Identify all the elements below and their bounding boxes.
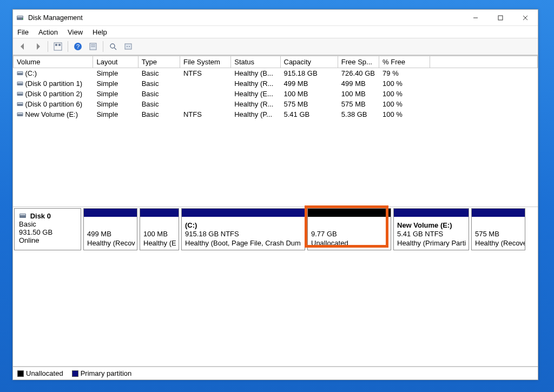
disk-partitions: 499 MBHealthy (Recov 100 MBHealthy (E (C… xyxy=(83,208,537,250)
show-hide-icon[interactable] xyxy=(51,40,64,53)
titlebar[interactable]: Disk Management xyxy=(13,10,538,26)
table-row[interactable]: (Disk 0 partition 2)SimpleBasicHealthy (… xyxy=(14,89,538,99)
menu-help[interactable]: Help xyxy=(93,28,107,36)
partition-body: 100 MBHealthy (E xyxy=(140,217,179,250)
disk-label[interactable]: Disk 0 Basic 931.50 GB Online xyxy=(14,208,81,250)
partition-header-bar xyxy=(472,209,525,217)
svg-rect-31 xyxy=(20,214,25,215)
app-icon xyxy=(16,14,25,22)
column-header[interactable]: File System xyxy=(180,56,230,68)
menu-action[interactable]: Action xyxy=(38,28,58,36)
partition-block[interactable]: New Volume (E:)5.41 GB NTFSHealthy (Prim… xyxy=(393,208,469,250)
swatch-black-icon xyxy=(17,370,24,377)
disk-size: 931.50 GB xyxy=(19,228,76,236)
volume-icon xyxy=(17,101,23,108)
partition-unallocated[interactable]: 9.77 GBUnallocated xyxy=(307,208,391,250)
disk-row: Disk 0 Basic 931.50 GB Online 499 MBHeal… xyxy=(13,207,538,251)
content-area: VolumeLayoutTypeFile SystemStatusCapacit… xyxy=(13,55,538,380)
volume-icon xyxy=(17,111,23,118)
partition-header-bar xyxy=(308,209,391,217)
volume-icon xyxy=(17,81,23,87)
partition-block[interactable]: 100 MBHealthy (E xyxy=(140,208,179,250)
legend-primary: Primary partition xyxy=(72,369,132,377)
svg-rect-4 xyxy=(498,16,503,20)
svg-point-19 xyxy=(129,46,130,47)
partition-body: 9.77 GBUnallocated xyxy=(308,217,391,250)
empty-area xyxy=(13,251,538,366)
disk-name: Disk 0 xyxy=(30,212,51,220)
table-row[interactable]: (Disk 0 partition 6)SimpleBasicHealthy (… xyxy=(14,99,538,109)
table-row[interactable]: (Disk 0 partition 1)SimpleBasicHealthy (… xyxy=(14,78,538,89)
svg-rect-1 xyxy=(17,16,23,17)
close-button[interactable] xyxy=(513,10,538,26)
svg-text:?: ? xyxy=(76,43,80,50)
partition-body: New Volume (E:)5.41 GB NTFSHealthy (Prim… xyxy=(394,217,469,250)
svg-rect-9 xyxy=(58,44,61,46)
minimize-button[interactable] xyxy=(463,10,488,26)
disk-type: Basic xyxy=(19,220,76,228)
maximize-button[interactable] xyxy=(488,10,513,26)
column-header[interactable]: Status xyxy=(231,56,280,68)
forward-arrow-icon[interactable] xyxy=(31,40,44,53)
legend: Unallocated Primary partition xyxy=(13,367,538,380)
table-row[interactable]: New Volume (E:)SimpleBasicNTFSHealthy (P… xyxy=(14,109,538,119)
window-title: Disk Management xyxy=(28,14,83,22)
svg-rect-17 xyxy=(125,44,131,49)
table-row[interactable]: (C:)SimpleBasicNTFSHealthy (B...915.18 G… xyxy=(14,68,538,78)
column-header[interactable]: Layout xyxy=(93,56,138,68)
menu-view[interactable]: View xyxy=(68,28,83,36)
toolbar-separator xyxy=(48,41,48,52)
volume-icon xyxy=(17,70,23,77)
column-header[interactable]: Free Sp... xyxy=(338,56,379,68)
svg-rect-27 xyxy=(17,103,22,104)
partition-header-bar xyxy=(394,209,469,217)
volume-list-pane[interactable]: VolumeLayoutTypeFile SystemStatusCapacit… xyxy=(13,56,538,207)
back-arrow-icon[interactable] xyxy=(16,40,29,53)
partition-body: (C:)915.18 GB NTFSHealthy (Boot, Page Fi… xyxy=(182,217,305,250)
column-header[interactable] xyxy=(430,56,538,68)
partition-body: 575 MBHealthy (Recove xyxy=(472,217,525,250)
column-header[interactable]: Volume xyxy=(14,56,93,68)
svg-rect-21 xyxy=(17,72,22,73)
toolbar-separator xyxy=(103,41,103,52)
toolbar-separator xyxy=(68,41,68,52)
menu-bar: File Action View Help xyxy=(13,26,538,38)
svg-rect-29 xyxy=(17,113,22,114)
volume-icon xyxy=(17,91,23,97)
disk-icon xyxy=(19,212,27,220)
settings-icon[interactable] xyxy=(122,40,135,53)
partition-block[interactable]: (C:)915.18 GB NTFSHealthy (Boot, Page Fi… xyxy=(181,208,305,250)
svg-line-16 xyxy=(114,48,116,50)
column-header[interactable]: Capacity xyxy=(280,56,338,68)
svg-point-18 xyxy=(127,46,128,47)
svg-point-15 xyxy=(110,44,115,48)
partition-block[interactable]: 499 MBHealthy (Recov xyxy=(83,208,137,250)
menu-file[interactable]: File xyxy=(17,28,29,36)
partition-header-bar xyxy=(140,209,179,217)
legend-unallocated: Unallocated xyxy=(17,369,63,377)
partition-header-bar xyxy=(182,209,305,217)
help-icon[interactable]: ? xyxy=(71,40,84,53)
disk-state: Online xyxy=(19,236,76,244)
toolbar: ? xyxy=(13,38,538,55)
swatch-blue-icon xyxy=(72,370,78,377)
partition-block[interactable]: 575 MBHealthy (Recove xyxy=(471,208,525,250)
svg-rect-25 xyxy=(17,92,22,94)
svg-point-2 xyxy=(22,18,23,19)
svg-rect-23 xyxy=(17,82,22,83)
volume-table: VolumeLayoutTypeFile SystemStatusCapacit… xyxy=(13,56,538,119)
properties-icon[interactable] xyxy=(87,40,100,53)
partition-header-bar xyxy=(84,209,137,217)
disk-management-window: Disk Management File Action View Help ? xyxy=(12,9,538,380)
svg-rect-8 xyxy=(55,44,57,46)
column-header[interactable]: Type xyxy=(138,56,180,68)
partition-body: 499 MBHealthy (Recov xyxy=(84,217,137,250)
disk-graphical-pane[interactable]: Disk 0 Basic 931.50 GB Online 499 MBHeal… xyxy=(13,207,538,367)
column-header[interactable]: % Free xyxy=(379,56,430,68)
refresh-icon[interactable] xyxy=(107,40,120,53)
